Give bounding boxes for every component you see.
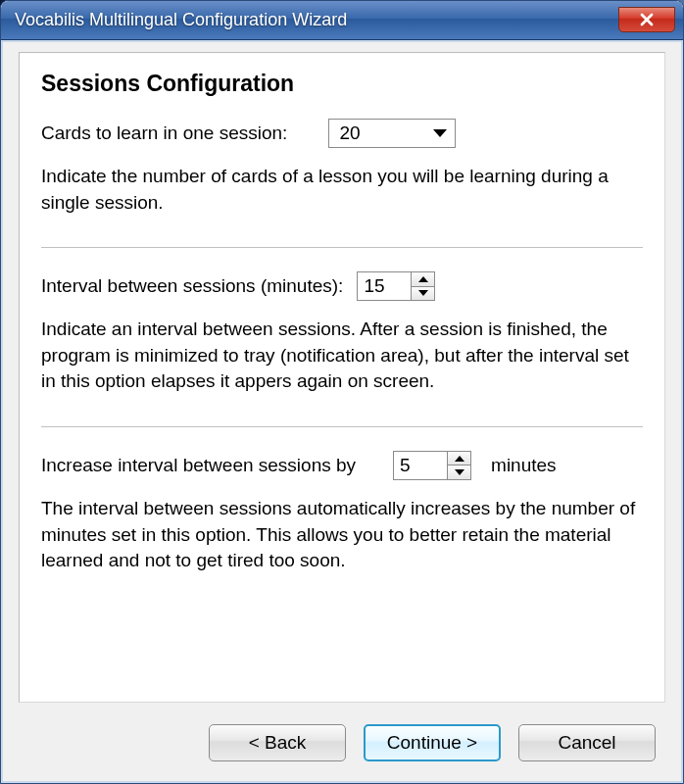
increase-spin-buttons <box>447 452 470 479</box>
chevron-up-icon <box>418 276 428 282</box>
cards-label: Cards to learn in one session: <box>41 122 287 144</box>
window-body: Sessions Configuration Cards to learn in… <box>1 40 683 783</box>
interval-row: Interval between sessions (minutes): 15 <box>41 271 643 301</box>
back-button[interactable]: < Back <box>209 724 346 761</box>
increase-row: Increase interval between sessions by 5 … <box>41 451 643 480</box>
separator <box>41 426 643 427</box>
button-bar: < Back Continue > Cancel <box>3 710 681 781</box>
increase-description: The interval between sessions automatica… <box>41 496 643 574</box>
increase-value: 5 <box>394 452 447 479</box>
interval-description: Indicate an interval between sessions. A… <box>41 317 643 395</box>
cards-combo-value: 20 <box>339 122 360 144</box>
close-icon <box>639 13 655 26</box>
increase-spinner[interactable]: 5 <box>393 451 471 480</box>
increase-label: Increase interval between sessions by <box>41 455 356 476</box>
interval-spin-down[interactable] <box>412 287 434 301</box>
interval-spinner[interactable]: 15 <box>357 271 435 301</box>
separator <box>41 247 643 248</box>
cards-description: Indicate the number of cards of a lesson… <box>41 164 643 216</box>
window-title: Vocabilis Multilingual Configuration Wiz… <box>15 10 347 30</box>
chevron-down-icon <box>433 129 447 137</box>
cancel-button[interactable]: Cancel <box>518 724 656 761</box>
wizard-window: Vocabilis Multilingual Configuration Wiz… <box>0 0 684 784</box>
chevron-down-icon <box>418 290 428 296</box>
interval-label: Interval between sessions (minutes): <box>41 275 343 297</box>
titlebar: Vocabilis Multilingual Configuration Wiz… <box>1 1 683 40</box>
cards-combo[interactable]: 20 <box>328 119 456 148</box>
interval-value: 15 <box>358 272 411 300</box>
chevron-up-icon <box>455 456 464 462</box>
interval-spin-buttons <box>411 272 434 300</box>
cards-row: Cards to learn in one session: 20 <box>41 119 643 148</box>
close-button[interactable] <box>618 7 675 32</box>
increase-spin-up[interactable] <box>448 452 470 466</box>
chevron-down-icon <box>455 469 464 475</box>
continue-button[interactable]: Continue > <box>364 724 501 761</box>
interval-spin-up[interactable] <box>412 272 434 287</box>
page-heading: Sessions Configuration <box>41 71 643 97</box>
increase-spin-down[interactable] <box>448 466 470 479</box>
content-frame: Sessions Configuration Cards to learn in… <box>19 52 665 703</box>
increase-suffix: minutes <box>491 455 557 476</box>
